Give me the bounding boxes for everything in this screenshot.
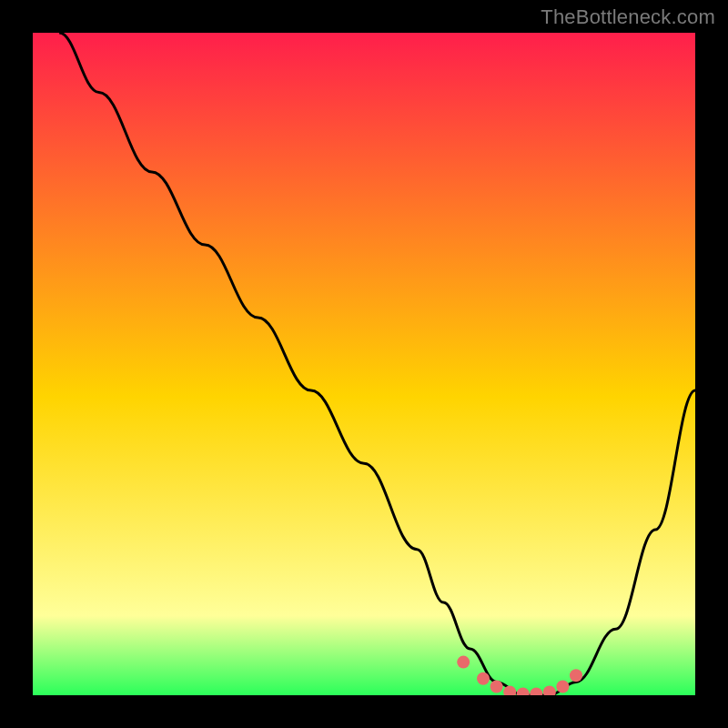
chart-frame: TheBottleneck.com xyxy=(0,0,728,728)
marker-dot xyxy=(490,681,503,693)
watermark-text: TheBottleneck.com xyxy=(541,5,715,29)
bottleneck-chart xyxy=(33,33,695,695)
marker-dot xyxy=(570,669,582,682)
marker-dot xyxy=(477,672,490,685)
marker-dot xyxy=(556,681,569,693)
plot-background xyxy=(33,33,695,695)
marker-dot xyxy=(457,656,470,669)
